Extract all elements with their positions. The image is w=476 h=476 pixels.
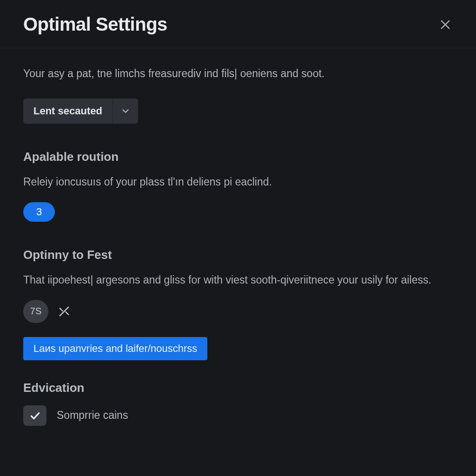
checkbox-label: Somprrie cains — [57, 409, 128, 422]
page-title: Optimal Settings — [23, 14, 167, 35]
dropdown-selected-label: Lent secauted — [23, 99, 113, 124]
chip-row: 7S — [23, 300, 453, 323]
section-optinny-desc: That iipoehest| argesons and gliss for w… — [23, 272, 453, 288]
close-icon — [439, 18, 452, 31]
modal-header: Optimal Settings — [0, 0, 476, 48]
intro-text: Your asy a pat, tne limchs freasurediv i… — [23, 66, 453, 81]
section-apalable-title: Apalable roution — [23, 150, 453, 164]
somprrie-checkbox[interactable] — [23, 405, 46, 426]
close-button[interactable] — [438, 17, 453, 32]
chevron-down-icon — [120, 106, 131, 116]
checkbox-row: Somprrie cains — [23, 405, 453, 426]
modal-content: Your asy a pat, tne limchs freasurediv i… — [0, 48, 476, 426]
mode-dropdown[interactable]: Lent secauted — [23, 99, 138, 124]
edit-tool-button[interactable] — [58, 305, 71, 318]
section-optinny-title: Optinny to Fest — [23, 248, 453, 262]
check-icon — [29, 410, 41, 422]
section-apalable-desc: Releiy ioncusuıs of your plass tl'ın del… — [23, 174, 453, 190]
primary-action-button[interactable]: Laиs upanvries and laifer/nouschrss — [23, 337, 207, 360]
pencil-cross-icon — [58, 305, 71, 318]
dropdown-caret — [113, 99, 138, 124]
value-pill[interactable]: 3 — [23, 202, 55, 222]
section-edvication-title: Edvication — [23, 381, 453, 395]
value-chip[interactable]: 7S — [23, 300, 48, 323]
